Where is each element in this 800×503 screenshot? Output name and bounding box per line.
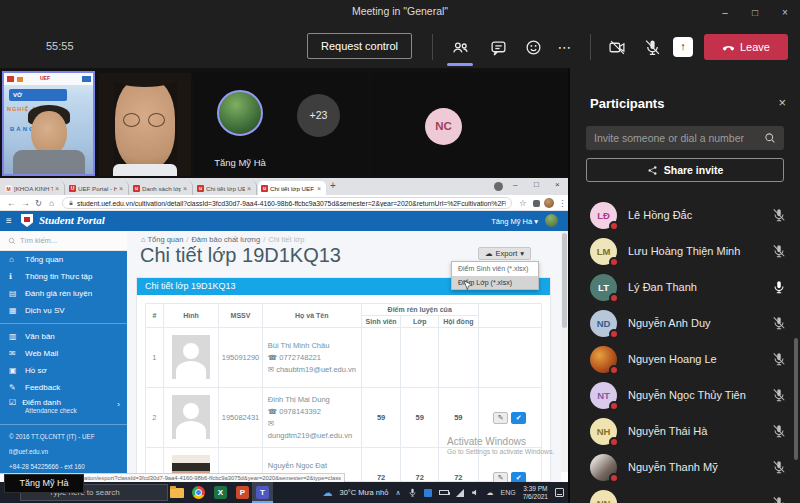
- sidebar-item-danh-gia-ren-luyen[interactable]: Đánh giá rèn luyện: [0, 285, 127, 302]
- mic-muted-icon[interactable]: [772, 352, 786, 366]
- sidebar-item-ho-so[interactable]: Hồ sơ: [0, 362, 127, 379]
- participants-scrollbar[interactable]: [794, 338, 798, 460]
- sidebar-item-tong-quan[interactable]: Tổng quan: [0, 251, 127, 268]
- sidebar-search[interactable]: Tìm kiếm...: [0, 231, 127, 251]
- mic-muted-icon[interactable]: [772, 496, 786, 503]
- share-screen-button[interactable]: [673, 37, 693, 57]
- mic-on-icon[interactable]: [772, 280, 786, 294]
- browser-avatar[interactable]: [544, 198, 554, 208]
- camera-off-button[interactable]: [604, 35, 630, 59]
- browser-tab-class-detail-1[interactable]: u Chi tiết lớp UEF Student Por: [194, 181, 257, 195]
- window-close-button[interactable]: [770, 0, 800, 25]
- confirm-score-button[interactable]: [511, 472, 526, 483]
- browser-menu-icon[interactable]: [558, 198, 567, 208]
- sidebar-item-web-mail[interactable]: Web Mail: [0, 345, 127, 362]
- participant-row[interactable]: Nguyen Hoang Le: [570, 342, 800, 378]
- mic-muted-icon[interactable]: [772, 244, 786, 258]
- window-maximize-button[interactable]: [740, 0, 770, 25]
- back-icon[interactable]: [7, 198, 16, 208]
- teams-icon[interactable]: T: [256, 486, 269, 499]
- share-invite-button[interactable]: Share invite: [586, 158, 784, 182]
- browser-tab-class-list[interactable]: u Danh sách lớp chủ nhiệm U: [130, 181, 193, 195]
- forward-icon[interactable]: [21, 198, 30, 208]
- export-student-scores-item[interactable]: Điểm Sinh viên (*.xlsx): [452, 262, 538, 276]
- video-tile-camera[interactable]: [99, 73, 191, 176]
- sidebar-item-dich-vu-sv[interactable]: Dịch vụ SV: [0, 302, 127, 319]
- bookmark-star-icon[interactable]: [519, 198, 527, 208]
- browser-profile-icon[interactable]: [494, 182, 503, 191]
- browser-tab-class-detail-active[interactable]: u Chi tiết lớp UEF Student Por: [258, 181, 326, 195]
- user-avatar[interactable]: [545, 214, 558, 227]
- invite-input[interactable]: Invite someone or dial a number: [586, 126, 784, 150]
- mic-muted-icon[interactable]: [772, 460, 786, 474]
- action-center-icon[interactable]: [555, 488, 564, 497]
- network-icon[interactable]: [456, 489, 464, 497]
- excel-icon[interactable]: X: [214, 486, 227, 499]
- home-icon[interactable]: [49, 198, 54, 208]
- sidebar-item-feedback[interactable]: Feedback: [0, 379, 127, 396]
- breadcrumb-mid[interactable]: Đảm bảo chất lượng: [191, 235, 260, 244]
- new-tab-button[interactable]: [330, 180, 336, 191]
- language-indicator[interactable]: ENG: [501, 489, 516, 496]
- leave-button[interactable]: Leave: [704, 34, 788, 60]
- browser-tab-gmail[interactable]: M [KHOA KINH TẾ - UEF] LỊCH: [2, 181, 65, 195]
- tab-close-icon[interactable]: [119, 185, 125, 192]
- scrollbar-thumb[interactable]: [562, 233, 567, 328]
- participant-row[interactable]: LM Lưu Hoàng Thiện Minh: [570, 234, 800, 270]
- onedrive-icon[interactable]: [487, 489, 494, 497]
- browser-maximize-button[interactable]: [534, 180, 539, 189]
- taskbar-clock[interactable]: 3:39 PM7/6/2021: [523, 485, 548, 501]
- participants-button[interactable]: [447, 35, 473, 59]
- mic-muted-icon[interactable]: [772, 424, 786, 438]
- chrome-icon[interactable]: [192, 486, 205, 499]
- video-tile-avatar[interactable]: Tăng Mỹ Hà +23: [193, 73, 369, 176]
- tray-mic-icon[interactable]: [408, 488, 417, 497]
- address-bar[interactable]: student.uef.edu.vn/cultivation/detail?cl…: [62, 197, 512, 209]
- participant-row[interactable]: LT Lý Đan Thanh: [570, 270, 800, 306]
- participant-row-partial[interactable]: NN: [570, 486, 800, 503]
- participant-row[interactable]: NH Nguyễn Thái Hà: [570, 414, 800, 450]
- breadcrumb-home[interactable]: Tổng quan: [147, 235, 183, 244]
- weather-text[interactable]: 30°C Mưa nhỏ: [340, 488, 389, 497]
- participant-row[interactable]: LĐ Lê Hồng Đắc: [570, 198, 800, 234]
- user-menu[interactable]: Tăng Mỹ Hà: [491, 217, 538, 226]
- participant-row[interactable]: NT Nguyễn Ngọc Thủy Tiên: [570, 378, 800, 414]
- chat-button[interactable]: [485, 35, 511, 59]
- reactions-button[interactable]: [520, 35, 546, 59]
- mic-muted-icon[interactable]: [772, 208, 786, 222]
- edit-score-button[interactable]: [493, 472, 508, 483]
- tray-expand-icon[interactable]: [395, 489, 400, 497]
- battery-icon[interactable]: [439, 490, 449, 495]
- more-actions-button[interactable]: [552, 35, 578, 59]
- tab-close-icon[interactable]: [55, 185, 61, 192]
- tab-close-icon[interactable]: [183, 185, 189, 192]
- hamburger-icon[interactable]: [6, 215, 12, 226]
- page-scrollbar[interactable]: [561, 231, 568, 472]
- browser-close-button[interactable]: [555, 180, 560, 189]
- sidebar-item-diem-danh[interactable]: Điểm danh Attendance check: [0, 396, 127, 420]
- confirm-score-button[interactable]: [511, 412, 526, 424]
- sidebar-item-thong-tin-thuc-tap[interactable]: Thông tin Thực tập: [0, 268, 127, 285]
- video-tile-nc[interactable]: NC: [371, 73, 568, 176]
- video-tile-speaker[interactable]: UEF VỚ NGHIỆ AO 20 BẢNG NGHỀ: [2, 71, 95, 176]
- overflow-count-badge[interactable]: +23: [297, 94, 340, 137]
- file-explorer-icon[interactable]: [170, 486, 184, 498]
- volume-icon[interactable]: [471, 488, 480, 497]
- close-panel-icon[interactable]: [778, 95, 786, 110]
- sidebar-item-van-ban[interactable]: Văn bản: [0, 328, 127, 345]
- tray-app-icon[interactable]: [424, 489, 432, 497]
- edit-score-button[interactable]: [493, 412, 508, 424]
- powerpoint-icon[interactable]: P: [236, 486, 249, 499]
- tab-close-icon[interactable]: [247, 185, 253, 192]
- participant-row[interactable]: ND Nguyễn Anh Duy: [570, 306, 800, 342]
- reload-icon[interactable]: [35, 198, 42, 208]
- mic-muted-icon[interactable]: [772, 388, 786, 402]
- participant-row[interactable]: Nguyễn Thanh Mỹ: [570, 450, 800, 486]
- weather-icon[interactable]: [323, 487, 333, 498]
- tab-close-icon[interactable]: [317, 185, 323, 192]
- mic-muted-icon[interactable]: [772, 316, 786, 330]
- mute-button[interactable]: [639, 35, 665, 59]
- window-minimize-button[interactable]: [710, 0, 740, 25]
- export-button[interactable]: Export: [478, 247, 531, 260]
- extension-icon[interactable]: [533, 200, 540, 207]
